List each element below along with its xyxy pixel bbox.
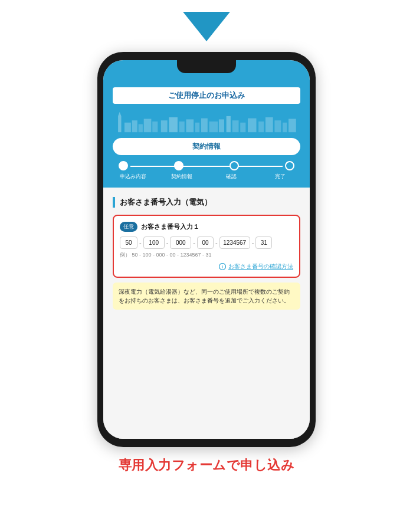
separator-5: -	[251, 239, 255, 247]
num-field-6[interactable]	[255, 237, 272, 249]
svg-rect-14	[219, 119, 224, 132]
svg-text:i: i	[222, 265, 223, 269]
svg-rect-19	[258, 121, 264, 132]
info-icon: i	[219, 263, 226, 270]
phone-notch	[177, 60, 236, 73]
num-field-3[interactable]	[170, 237, 191, 249]
step-3-dot	[230, 161, 239, 170]
step-label-3: 確認	[214, 173, 249, 180]
phone-screen: ご使用停止のお申込み	[103, 60, 310, 439]
confirm-link-text[interactable]: お客さま番号の確認方法	[228, 262, 293, 271]
input-card-label: お客さま番号入力１	[141, 222, 199, 231]
svg-rect-4	[139, 124, 143, 133]
svg-rect-22	[283, 123, 287, 132]
number-inputs: - - - - -	[120, 237, 293, 249]
svg-rect-3	[132, 120, 137, 132]
step-2-dot	[174, 161, 183, 170]
svg-rect-12	[201, 119, 208, 133]
bottom-text: 専用入力フォームで申し込み	[119, 457, 295, 474]
steps-line	[130, 166, 283, 167]
svg-rect-21	[274, 120, 281, 132]
step-1-dot	[119, 161, 128, 170]
svg-rect-23	[289, 119, 296, 132]
svg-rect-9	[179, 121, 185, 132]
num-field-1[interactable]	[120, 237, 137, 249]
step-pill: 契約情報	[113, 138, 300, 155]
confirm-link[interactable]: i お客さま番号の確認方法	[120, 262, 293, 271]
svg-rect-20	[266, 117, 273, 132]
num-field-2[interactable]	[143, 237, 165, 249]
svg-rect-18	[248, 119, 257, 133]
example-text: 例） 50 - 100 - 000 - 00 - 1234567 - 31	[120, 251, 293, 259]
svg-rect-11	[195, 123, 199, 132]
input-card[interactable]: 任意 お客さま番号入力１ - - - - - 例） 50 - 100 - 00	[113, 215, 300, 278]
step-label-2: 契約情報	[164, 173, 199, 180]
svg-rect-15	[227, 116, 231, 132]
notice-box: 深夜電力（電気給湯器）など、同一のご使用場所で複数のご契約をお持ちのお客さまは、…	[113, 283, 300, 310]
separator-3: -	[192, 239, 196, 247]
header-title: ご使用停止のお申込み	[113, 87, 300, 104]
svg-marker-1	[118, 112, 121, 116]
svg-rect-0	[118, 116, 121, 132]
arrow-down-icon	[183, 12, 230, 41]
svg-rect-8	[169, 117, 178, 132]
badge-required: 任意	[120, 222, 137, 232]
svg-rect-10	[186, 119, 194, 132]
svg-rect-16	[232, 120, 239, 132]
separator-1: -	[139, 239, 142, 247]
svg-rect-17	[240, 123, 245, 132]
svg-rect-6	[152, 121, 158, 132]
num-field-5[interactable]	[219, 237, 250, 249]
phone-frame: ご使用停止のお申込み	[97, 52, 316, 447]
svg-rect-5	[144, 119, 152, 132]
section-title: お客さま番号入力（電気）	[113, 197, 300, 208]
svg-rect-13	[209, 121, 218, 132]
screen-content: お客さま番号入力（電気） 任意 お客さま番号入力１ - - - -	[103, 188, 310, 439]
step-container: 契約情報 申込み内容 契約情報 確認 完了	[103, 133, 310, 188]
input-card-header: 任意 お客さま番号入力１	[120, 222, 293, 232]
step-label-4: 完了	[263, 173, 298, 180]
separator-2: -	[166, 239, 169, 247]
cityscape	[113, 110, 300, 133]
step-4-dot	[285, 161, 294, 170]
num-field-4[interactable]	[197, 237, 214, 249]
steps-row	[113, 161, 300, 170]
steps-labels: 申込み内容 契約情報 確認 完了	[113, 170, 300, 180]
svg-rect-2	[124, 123, 131, 132]
step-label-1: 申込み内容	[115, 173, 150, 180]
svg-rect-7	[161, 120, 168, 132]
separator-4: -	[215, 239, 218, 247]
